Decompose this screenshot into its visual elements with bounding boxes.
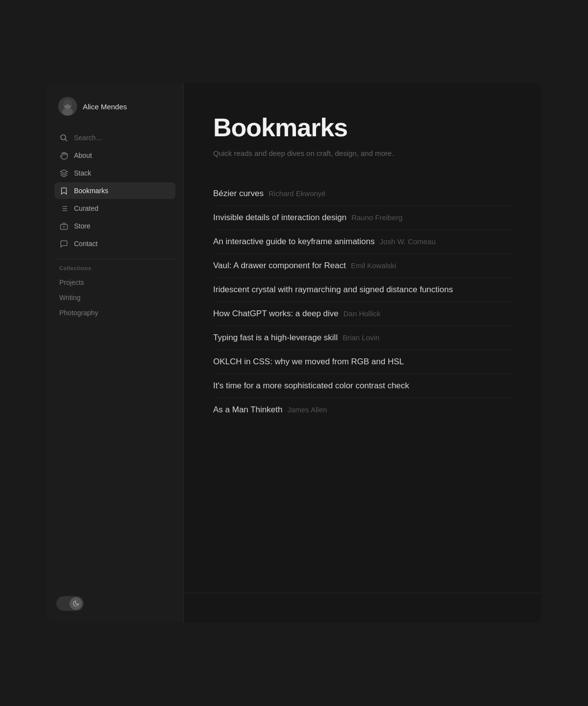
bookmark-item[interactable]: It's time for a more sophisticated color… bbox=[213, 374, 512, 398]
toggle-thumb bbox=[70, 597, 82, 610]
bookmark-author: Josh W. Comeau bbox=[380, 237, 436, 246]
nav-contact-label: Contact bbox=[74, 240, 98, 248]
sidebar-divider bbox=[54, 259, 175, 259]
bookmark-title: How ChatGPT works: a deep dive bbox=[213, 309, 339, 319]
collection-photography-label: Photography bbox=[59, 309, 98, 317]
bookmark-item[interactable]: How ChatGPT works: a deep diveDan Hollic… bbox=[213, 302, 512, 326]
avatar bbox=[58, 97, 77, 116]
layers-icon bbox=[59, 169, 68, 177]
bookmark-item[interactable]: Iridescent crystal with raymarching and … bbox=[213, 278, 512, 302]
bookmark-title: It's time for a more sophisticated color… bbox=[213, 381, 409, 391]
svg-point-6 bbox=[61, 135, 66, 140]
collection-writing[interactable]: Writing bbox=[54, 290, 175, 305]
sidebar: Alice Mendes Search… About bbox=[47, 83, 184, 623]
bookmark-title: Iridescent crystal with raymarching and … bbox=[213, 285, 453, 295]
bookmark-item[interactable]: Invisible details of interaction designR… bbox=[213, 206, 512, 230]
bookmark-list: Bézier curvesRichard EkwonyéInvisible de… bbox=[213, 182, 512, 422]
nav-store[interactable]: Store bbox=[54, 218, 175, 234]
bookmark-title: OKLCH in CSS: why we moved from RGB and … bbox=[213, 357, 404, 367]
bookmark-item[interactable]: Bézier curvesRichard Ekwonyé bbox=[213, 182, 512, 206]
bookmark-title: Invisible details of interaction design bbox=[213, 213, 346, 223]
profile-section[interactable]: Alice Mendes bbox=[54, 97, 175, 116]
search-item[interactable]: Search… bbox=[54, 129, 175, 146]
nav-curated-label: Curated bbox=[74, 204, 98, 212]
svg-point-1 bbox=[62, 108, 73, 116]
bookmark-item[interactable]: As a Man ThinkethJames Allen bbox=[213, 398, 512, 422]
store-icon bbox=[59, 222, 68, 230]
bookmark-title: Bézier curves bbox=[213, 189, 264, 199]
nav-about-label: About bbox=[74, 151, 92, 159]
main-divider bbox=[184, 593, 541, 593]
nav-stack-label: Stack bbox=[74, 169, 91, 177]
list-icon bbox=[59, 204, 68, 213]
collections-heading: Collections bbox=[54, 265, 175, 271]
nav-about[interactable]: About bbox=[54, 147, 175, 164]
theme-toggle-container bbox=[54, 596, 175, 611]
nav-bookmarks[interactable]: Bookmarks bbox=[54, 182, 175, 199]
bookmark-author: Brian Lovin bbox=[343, 333, 379, 342]
collection-projects[interactable]: Projects bbox=[54, 275, 175, 290]
hand-wave-icon bbox=[59, 151, 68, 160]
nav-bookmarks-label: Bookmarks bbox=[74, 187, 108, 195]
bookmark-item[interactable]: Vaul: A drawer component for ReactEmil K… bbox=[213, 254, 512, 278]
svg-point-4 bbox=[64, 101, 67, 106]
bookmark-author: Richard Ekwonyé bbox=[269, 189, 326, 198]
bookmark-icon bbox=[59, 186, 68, 195]
bookmark-author: Rauno Freiberg bbox=[351, 213, 402, 222]
profile-name: Alice Mendes bbox=[83, 102, 127, 111]
theme-toggle[interactable] bbox=[56, 596, 84, 611]
main-content: Bookmarks Quick reads and deep dives on … bbox=[184, 83, 541, 623]
nav-stack[interactable]: Stack bbox=[54, 165, 175, 181]
svg-point-5 bbox=[69, 101, 72, 106]
search-placeholder: Search… bbox=[74, 134, 102, 142]
page-subtitle: Quick reads and deep dives on craft, des… bbox=[213, 149, 512, 157]
bookmark-title: Vaul: A drawer component for React bbox=[213, 261, 346, 271]
bookmark-author: Emil Kowalski bbox=[351, 261, 396, 270]
bookmark-title: Typing fast is a high-leverage skill bbox=[213, 333, 338, 343]
nav-contact[interactable]: Contact bbox=[54, 235, 175, 252]
nav-store-label: Store bbox=[74, 222, 90, 230]
svg-line-7 bbox=[65, 139, 67, 141]
bookmark-author: Dan Hollick bbox=[343, 309, 381, 318]
bookmark-author: James Allen bbox=[287, 405, 327, 414]
search-icon bbox=[59, 133, 68, 142]
bookmark-title: As a Man Thinketh bbox=[213, 405, 282, 415]
page-title: Bookmarks bbox=[213, 113, 512, 142]
collection-photography[interactable]: Photography bbox=[54, 305, 175, 320]
nav-curated[interactable]: Curated bbox=[54, 200, 175, 217]
app-container: Alice Mendes Search… About bbox=[47, 83, 541, 623]
collection-writing-label: Writing bbox=[59, 294, 80, 302]
message-icon bbox=[59, 239, 68, 248]
bookmark-item[interactable]: OKLCH in CSS: why we moved from RGB and … bbox=[213, 350, 512, 374]
collection-projects-label: Projects bbox=[59, 278, 84, 286]
bookmark-item[interactable]: Typing fast is a high-leverage skillBria… bbox=[213, 326, 512, 350]
bookmark-title: An interactive guide to keyframe animati… bbox=[213, 237, 375, 247]
svg-marker-8 bbox=[60, 170, 67, 173]
bookmark-item[interactable]: An interactive guide to keyframe animati… bbox=[213, 230, 512, 254]
